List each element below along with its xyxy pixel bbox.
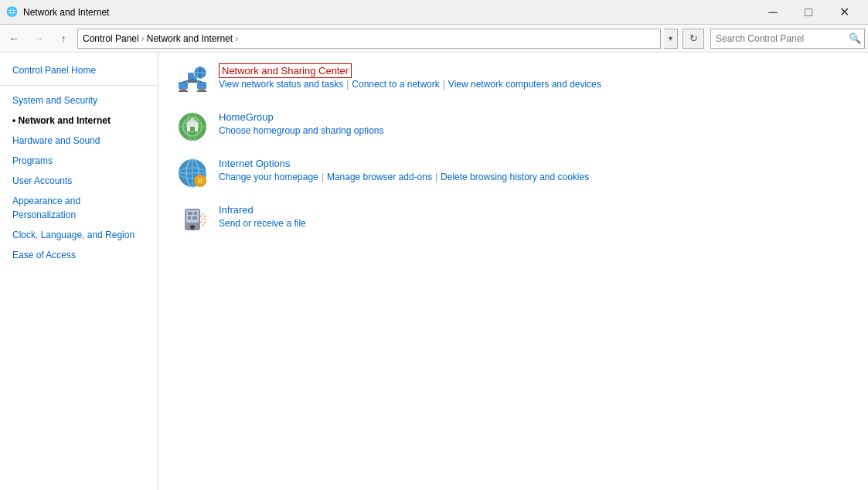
- sidebar-item-appearance[interactable]: Appearance and Personalization: [0, 191, 158, 225]
- sidebar-item-hardware-sound[interactable]: Hardware and Sound: [0, 131, 158, 151]
- minimize-button[interactable]: ─: [755, 0, 791, 25]
- send-receive-file-link[interactable]: Send or receive a file: [219, 218, 306, 229]
- svg-rect-30: [199, 183, 201, 186]
- sidebar-item-ease-of-access[interactable]: Ease of Access: [0, 245, 158, 265]
- main-area: Control Panel Home System and Security N…: [0, 53, 868, 490]
- change-homepage-link[interactable]: Change your homepage: [219, 172, 318, 182]
- window-controls: ─ □ ✕: [755, 0, 862, 25]
- svg-rect-31: [195, 180, 198, 182]
- svg-rect-32: [203, 180, 206, 182]
- homegroup-links: Choose homegroup and sharing options: [219, 125, 849, 136]
- svg-rect-2: [179, 90, 188, 92]
- sidebar: Control Panel Home System and Security N…: [0, 53, 158, 490]
- homegroup-icon: [177, 111, 208, 142]
- sep2: |: [443, 79, 445, 90]
- back-button[interactable]: ←: [3, 28, 25, 49]
- svg-rect-8: [197, 90, 206, 92]
- network-sharing-icon: [177, 65, 208, 96]
- sidebar-item-user-accounts[interactable]: User Accounts: [0, 171, 158, 191]
- sidebar-item-network-internet[interactable]: Network and Internet: [0, 111, 158, 131]
- title-bar: 🌐 Network and Internet ─ □ ✕: [0, 0, 868, 25]
- panel-item-internet-options: Internet Options Change your homepage | …: [177, 158, 849, 189]
- svg-rect-36: [194, 212, 197, 215]
- svg-rect-6: [197, 82, 206, 89]
- sidebar-item-system-security[interactable]: System and Security: [0, 90, 158, 111]
- network-sharing-links: View network status and tasks | Connect …: [219, 79, 849, 90]
- svg-rect-0: [179, 82, 188, 89]
- panel-item-infrared: Infrared Send or receive a file: [177, 204, 849, 235]
- infrared-info: Infrared Send or receive a file: [219, 204, 849, 229]
- homegroup-info: HomeGroup Choose homegroup and sharing o…: [219, 111, 849, 136]
- breadcrumb-sep-1: ›: [141, 33, 145, 44]
- sidebar-item-control-panel-home[interactable]: Control Panel Home: [0, 60, 158, 80]
- sidebar-item-clock-language[interactable]: Clock, Language, and Region: [0, 225, 158, 245]
- svg-rect-37: [188, 216, 191, 219]
- network-sharing-title[interactable]: Network and Sharing Center: [219, 63, 352, 78]
- choose-homegroup-link[interactable]: Choose homegroup and sharing options: [219, 125, 383, 136]
- up-button[interactable]: ↑: [53, 28, 74, 49]
- panel-item-network-sharing: Network and Sharing Center View network …: [177, 65, 849, 96]
- svg-rect-35: [188, 212, 192, 215]
- breadcrumb-sep-2: ›: [235, 33, 238, 44]
- delete-browsing-history-link[interactable]: Delete browsing history and cookies: [441, 172, 589, 182]
- address-field[interactable]: Control Panel › Network and Internet ›: [77, 29, 661, 49]
- network-sharing-info: Network and Sharing Center View network …: [219, 65, 849, 90]
- infrared-icon: [177, 204, 208, 235]
- connect-to-network-link[interactable]: Connect to a network: [352, 79, 439, 90]
- internet-options-title[interactable]: Internet Options: [219, 158, 291, 169]
- window-icon: 🌐: [6, 6, 19, 19]
- svg-point-28: [197, 178, 203, 184]
- search-input[interactable]: [711, 33, 846, 44]
- address-dropdown[interactable]: ▾: [664, 29, 678, 49]
- internet-options-links: Change your homepage | Manage browser ad…: [219, 172, 849, 182]
- view-network-computers-link[interactable]: View network computers and devices: [448, 79, 601, 90]
- refresh-button[interactable]: ↻: [682, 29, 704, 49]
- maximize-button[interactable]: □: [791, 0, 826, 25]
- sidebar-divider-1: [0, 85, 158, 86]
- sep1: |: [346, 79, 349, 90]
- breadcrumb-control-panel[interactable]: Control Panel: [83, 33, 139, 44]
- breadcrumb-network-internet[interactable]: Network and Internet: [147, 33, 233, 44]
- sep4: |: [435, 172, 437, 182]
- search-button[interactable]: 🔍: [846, 29, 864, 48]
- sidebar-item-programs[interactable]: Programs: [0, 151, 158, 171]
- window-title: Network and Internet: [23, 7, 755, 18]
- infrared-title[interactable]: Infrared: [219, 204, 254, 216]
- svg-rect-21: [190, 127, 195, 131]
- forward-button[interactable]: →: [28, 28, 49, 49]
- svg-rect-5: [188, 81, 197, 83]
- internet-options-icon: [177, 158, 208, 189]
- view-network-status-link[interactable]: View network status and tasks: [219, 79, 343, 90]
- address-bar: ← → ↑ Control Panel › Network and Intern…: [0, 25, 868, 53]
- manage-browser-addons-link[interactable]: Manage browser add-ons: [327, 172, 432, 182]
- svg-rect-29: [199, 175, 201, 179]
- close-button[interactable]: ✕: [826, 0, 862, 25]
- svg-point-39: [190, 225, 195, 230]
- search-box: 🔍: [710, 29, 865, 49]
- homegroup-title[interactable]: HomeGroup: [219, 111, 274, 123]
- internet-options-info: Internet Options Change your homepage | …: [219, 158, 849, 182]
- svg-rect-38: [192, 216, 197, 219]
- sep3: |: [322, 172, 324, 182]
- infrared-links: Send or receive a file: [219, 218, 849, 229]
- panel-item-homegroup: HomeGroup Choose homegroup and sharing o…: [177, 111, 849, 142]
- content-area: Network and Sharing Center View network …: [158, 53, 868, 490]
